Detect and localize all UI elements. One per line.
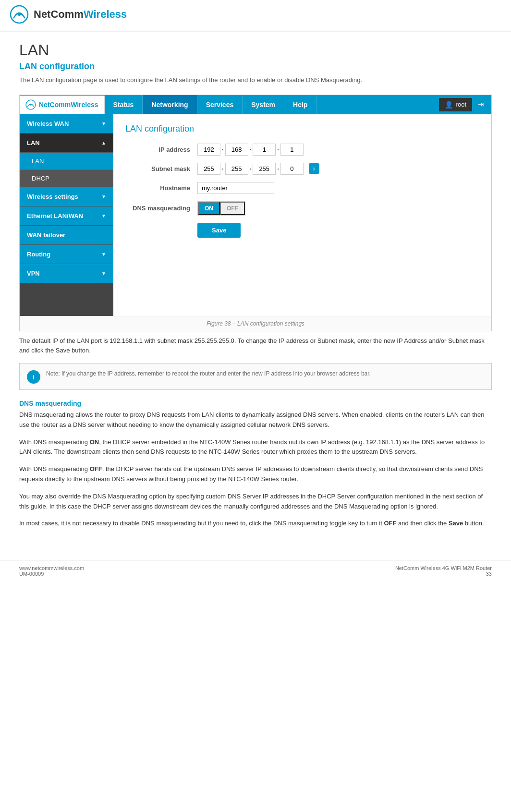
footer-right: NetComm Wireless 4G WiFi M2M Router 33 <box>395 565 492 577</box>
dns-body-p5: You may also override the DNS Masqueradi… <box>19 492 492 512</box>
dns-toggle-group: ON OFF <box>197 201 245 216</box>
sidebar-label-wan-failover: WAN failover <box>27 231 65 239</box>
sidebar-item-wireless-wan[interactable]: Wireless WAN ▼ <box>20 114 113 133</box>
router-navbar: NetCommWireless Status Networking Servic… <box>20 95 491 114</box>
subnet-dot-1: · <box>222 165 224 172</box>
figure-caption: Figure 38 – LAN configuration settings <box>20 316 491 331</box>
dns-on-term: ON <box>90 438 99 446</box>
dns-masquerading-term: DNS masquerading <box>273 520 328 527</box>
ip-octet-3[interactable] <box>253 144 276 156</box>
logo-area: NetCommWireless <box>10 5 501 24</box>
sidebar-item-wan-failover[interactable]: WAN failover <box>20 226 113 245</box>
router-body: Wireless WAN ▼ LAN ▲ LAN DHCP Wireless s… <box>20 114 491 316</box>
chevron-up-icon: ▲ <box>101 140 106 145</box>
sidebar-item-vpn[interactable]: VPN ▼ <box>20 264 113 283</box>
config-title: LAN configuration <box>125 124 479 134</box>
subnet-dot-2: · <box>250 165 252 172</box>
hostname-input[interactable] <box>197 182 274 194</box>
ip-address-label: IP address <box>125 146 197 153</box>
page-title: LAN <box>19 41 492 59</box>
sidebar-label-routing: Routing <box>27 251 50 258</box>
note-box: i Note: If you change the IP address, re… <box>19 363 492 390</box>
dns-off-term: OFF <box>90 465 102 473</box>
nav-item-networking[interactable]: Networking <box>143 95 197 114</box>
sidebar-sub-group: LAN DHCP <box>20 153 113 187</box>
save-button[interactable]: Save <box>197 223 241 238</box>
subnet-octet-4[interactable] <box>280 163 304 175</box>
sidebar-item-routing[interactable]: Routing ▼ <box>20 245 113 264</box>
chevron-down-icon-5: ▼ <box>101 271 106 276</box>
footer-left: www.netcommwireless.com UM-00009 <box>19 565 84 577</box>
sidebar-label-vpn: VPN <box>27 270 40 277</box>
footer-page-number: 33 <box>395 571 492 577</box>
page-header: NetCommWireless <box>0 0 511 32</box>
chevron-down-icon-3: ▼ <box>101 213 106 218</box>
dns-masquerading-fields: ON OFF <box>197 201 245 216</box>
ip-dot-1: · <box>222 146 224 153</box>
page-footer: www.netcommwireless.com UM-00009 NetComm… <box>0 560 511 582</box>
subnet-octet-3[interactable] <box>253 163 276 175</box>
router-nav-user: 👤 root <box>439 98 472 111</box>
footer-website: www.netcommwireless.com <box>19 565 84 571</box>
dns-toggle-off[interactable]: OFF <box>220 202 245 215</box>
note-info-icon: i <box>27 370 40 384</box>
username-label: root <box>456 101 466 108</box>
subnet-mask-label: Subnet mask <box>125 165 197 172</box>
body-paragraph-1: The default IP of the LAN port is 192.16… <box>19 336 492 356</box>
subnet-mask-row: Subnet mask · · · i <box>125 163 479 175</box>
router-logo-icon <box>25 99 36 110</box>
sidebar-label-lan: LAN <box>27 139 40 146</box>
router-nav-items: Status Networking Services System Help <box>105 95 317 114</box>
subnet-octet-1[interactable] <box>197 163 220 175</box>
info-icon[interactable]: i <box>309 163 319 174</box>
ip-dot-3: · <box>277 146 279 153</box>
subnet-mask-fields: · · · i <box>197 163 319 175</box>
nav-item-system[interactable]: System <box>243 95 284 114</box>
sidebar-item-ethernet-lan-wan[interactable]: Ethernet LAN/WAN ▼ <box>20 206 113 226</box>
footer-product-name: NetComm Wireless 4G WiFi M2M Router <box>395 565 492 571</box>
dns-masquerading-label: DNS masquerading <box>125 205 197 212</box>
subnet-dot-3: · <box>277 165 279 172</box>
ip-octet-2[interactable] <box>225 144 248 156</box>
ip-dot-2: · <box>250 146 252 153</box>
sidebar-sub-item-lan[interactable]: LAN <box>20 153 113 170</box>
svg-point-3 <box>30 104 31 105</box>
ip-address-fields: · · · <box>197 144 304 156</box>
footer-model-number: UM-00009 <box>19 571 84 577</box>
nav-item-help[interactable]: Help <box>284 95 316 114</box>
hostname-fields <box>197 182 274 194</box>
hostname-label: Hostname <box>125 184 197 192</box>
dns-section: DNS masquerading DNS masquerading allows… <box>19 400 492 529</box>
nav-item-services[interactable]: Services <box>197 95 243 114</box>
logout-icon[interactable]: ⇥ <box>474 97 487 112</box>
dns-body-p2: DNS masquerading allows the router to pr… <box>19 410 492 430</box>
page-content: LAN LAN configuration The LAN configurat… <box>0 32 511 545</box>
sidebar-item-wireless-settings[interactable]: Wireless settings ▼ <box>20 187 113 206</box>
section-title: LAN configuration <box>19 61 492 72</box>
sidebar-label-wireless-wan: Wireless WAN <box>27 120 69 127</box>
subnet-octet-2[interactable] <box>225 163 248 175</box>
note-text: Note: If you change the IP address, reme… <box>46 369 371 378</box>
dns-masquerading-row: DNS masquerading ON OFF <box>125 201 479 216</box>
dns-section-title: DNS masquerading <box>19 400 492 407</box>
nav-item-status[interactable]: Status <box>105 95 143 114</box>
save-button-row: Save <box>125 223 479 238</box>
sidebar-sub-item-dhcp[interactable]: DHCP <box>20 170 113 187</box>
save-term-final: Save <box>449 520 463 527</box>
sidebar-label-ethernet: Ethernet LAN/WAN <box>27 212 83 219</box>
dns-body-p3: With DNS masquerading ON, the DHCP serve… <box>19 437 492 458</box>
dns-body-p6: In most cases, it is not necessary to di… <box>19 519 492 529</box>
sidebar-item-lan[interactable]: LAN ▲ <box>20 133 113 153</box>
ip-octet-4[interactable] <box>280 144 304 156</box>
off-term-final: OFF <box>384 520 396 527</box>
chevron-down-icon-4: ▼ <box>101 252 106 257</box>
svg-point-1 <box>18 13 21 16</box>
ip-octet-1[interactable] <box>197 144 220 156</box>
dns-toggle-on[interactable]: ON <box>198 202 220 215</box>
router-main-content: LAN configuration IP address · · · <box>113 114 491 316</box>
router-nav-logo-text: NetCommWireless <box>39 101 98 109</box>
chevron-down-icon: ▼ <box>101 121 106 126</box>
user-icon: 👤 <box>445 101 453 109</box>
router-nav-right: 👤 root ⇥ <box>439 97 491 112</box>
hostname-row: Hostname <box>125 182 479 194</box>
